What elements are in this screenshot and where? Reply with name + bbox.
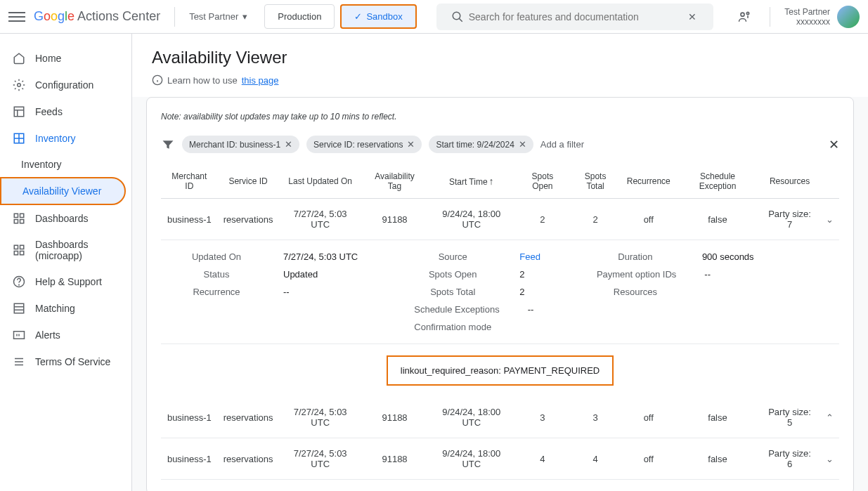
detail-label: Duration [597,251,674,262]
page-title: Availability Viewer [152,48,848,67]
sidebar-label: Terms Of Service [35,356,110,367]
search-input[interactable] [469,11,682,22]
detail-value: 7/27/24, 5:03 UTC [283,251,358,262]
menu-icon[interactable] [8,8,25,25]
collapse-icon[interactable]: ⌃ [820,397,839,438]
svg-rect-15 [14,245,18,249]
svg-point-3 [747,12,749,14]
sidebar-item-alerts[interactable]: Alerts [0,322,131,348]
table-row[interactable]: business-1 reservations 7/27/24, 5:03 UT… [161,438,839,480]
detail-value: 900 seconds [702,251,754,262]
filter-icon[interactable] [161,138,175,152]
filter-bar: Merchant ID: business-1✕ Service ID: res… [161,136,839,153]
search-box[interactable]: ✕ [436,4,714,30]
content-card: Note: availability slot updates may take… [146,97,854,491]
filter-chip-merchant[interactable]: Merchant ID: business-1✕ [182,136,299,153]
sidebar-item-inventory-sub[interactable]: Inventory [0,152,131,177]
expand-icon[interactable]: ⌄ [820,199,839,240]
user-block[interactable]: Test Partner xxxxxxxx [784,6,860,28]
sidebar-item-help[interactable]: Help & Support [0,268,131,295]
detail-label: Payment option IDs [597,269,676,280]
sandbox-button[interactable]: ✓ Sandbox [340,4,416,29]
sidebar-label: Home [35,53,61,64]
chip-label: Start time: 9/24/2024 [436,140,514,150]
chip-label: Merchant ID: business-1 [189,140,280,150]
cell: Party size: 5 [759,397,820,438]
table-row[interactable]: business-1 reservations 7/27/24, 5:03 UT… [161,199,839,240]
hint-link[interactable]: this page [242,75,279,86]
add-filter-button[interactable]: Add a filter [540,139,584,150]
user-sub: xxxxxxxx [784,17,830,27]
close-filters-icon[interactable]: ✕ [829,137,839,152]
sidebar-item-tos[interactable]: Terms Of Service [0,348,131,375]
col-merchant[interactable]: Merchant ID [161,164,218,199]
sidebar-label: Configuration [35,79,93,91]
detail-label: Source [414,251,491,262]
partner-dropdown[interactable]: Test Partner ▾ [189,11,247,22]
sidebar-item-inventory[interactable]: Inventory [0,125,131,152]
detail-label: Updated On [178,251,255,262]
detail-value-link[interactable]: Feed [519,251,540,262]
cell: business-1 [161,397,218,438]
app-header: Google Actions Center Test Partner ▾ Pro… [0,0,868,34]
chip-remove-icon[interactable]: ✕ [285,139,292,150]
svg-rect-11 [14,214,18,217]
col-resources[interactable]: Resources [759,164,820,199]
sidebar-item-dashboards[interactable]: Dashboards [0,205,131,232]
chevron-down-icon: ▾ [242,11,247,22]
sidebar-label: Dashboards (microapp) [35,239,119,261]
cell: 7/27/24, 5:03 UTC [279,438,362,480]
cell: 91188 [362,438,427,480]
cell: 2 [569,199,621,240]
expand-icon[interactable]: ⌄ [820,438,839,480]
svg-rect-5 [14,107,24,117]
col-tag[interactable]: Availability Tag [362,164,427,199]
col-sched[interactable]: Schedule Exception [676,164,760,199]
col-service[interactable]: Service ID [218,164,279,199]
filter-chip-service[interactable]: Service ID: reservations✕ [306,136,422,153]
sidebar-label: Feeds [35,106,63,117]
logo[interactable]: Google Actions Center [34,9,160,24]
cell: reservations [218,199,279,240]
sidebar-item-configuration[interactable]: Configuration [0,72,131,98]
sidebar-item-feeds[interactable]: Feeds [0,98,131,125]
sidebar-label: Inventory [21,159,62,170]
cell: 9/24/24, 18:00 UTC [427,397,515,438]
detail-label: Spots Total [414,287,491,297]
sidebar-item-dashboards-microapp[interactable]: Dashboards (microapp) [0,232,131,268]
share-user-icon[interactable] [733,6,756,28]
linkout-reason: linkout_required_reason: PAYMENT_REQUIRE… [387,355,614,386]
col-updated[interactable]: Last Updated On [279,164,362,199]
sidebar-item-availability-viewer[interactable]: Availability Viewer [0,177,126,205]
chip-remove-icon[interactable]: ✕ [407,139,415,150]
clear-icon[interactable]: ✕ [681,6,704,28]
detail-value: 2 [519,269,524,280]
sidebar-label: Matching [35,303,75,314]
sort-up-icon: ↑ [489,176,494,187]
sidebar: Home Configuration Feeds Inventory Inven… [0,34,132,491]
avatar[interactable] [837,6,860,28]
hint-text: Learn how to use [167,75,238,86]
cell: 4 [569,438,621,480]
chip-remove-icon[interactable]: ✕ [519,139,526,150]
search-icon [446,6,469,28]
table-row[interactable]: business-1 reservations 7/27/24, 5:03 UT… [161,397,839,438]
cell: 9/24/24, 18:00 UTC [427,199,515,240]
svg-line-1 [459,18,462,22]
env-switcher: Production ✓ Sandbox [264,4,416,29]
svg-rect-18 [20,251,24,255]
sidebar-item-home[interactable]: Home [0,45,131,72]
cell: business-1 [161,199,218,240]
filter-chip-start[interactable]: Start time: 9/24/2024✕ [429,136,533,153]
cell: Party size: 7 [759,199,820,240]
cell: false [676,397,760,438]
main-content: Availability Viewer Learn how to use thi… [132,34,868,491]
col-total[interactable]: Spots Total [569,164,621,199]
col-open[interactable]: Spots Open [515,164,569,199]
note-text: Note: availability slot updates may take… [161,112,839,122]
svg-point-0 [453,12,460,20]
sidebar-item-matching[interactable]: Matching [0,295,131,322]
col-start[interactable]: Start Time↑ [427,164,515,199]
production-button[interactable]: Production [264,4,335,29]
col-recur[interactable]: Recurrence [621,164,676,199]
